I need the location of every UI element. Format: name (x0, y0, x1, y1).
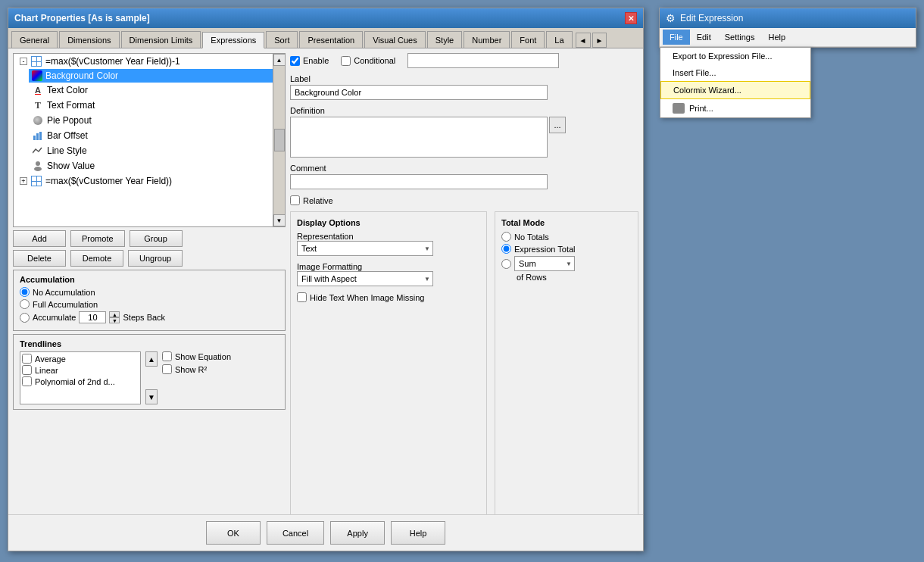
full-accumulation-radio[interactable] (20, 299, 30, 309)
tab-visual-cues[interactable]: Visual Cues (364, 31, 426, 48)
promote-button[interactable]: Promote (70, 230, 125, 247)
apply-button[interactable]: Apply (330, 521, 385, 545)
pp-label: Pie Popout (47, 115, 92, 126)
tree-item-bo[interactable]: Bar Offset (29, 128, 273, 143)
delete-button[interactable]: Delete (13, 250, 66, 267)
tab-font[interactable]: Font (511, 31, 545, 48)
average-checkbox[interactable] (22, 354, 32, 364)
accumulate-radio[interactable] (20, 313, 30, 323)
poly-checkbox[interactable] (22, 376, 32, 386)
svg-rect-2 (39, 132, 42, 140)
export-expression-item[interactable]: Export to Expression File... (660, 48, 810, 64)
tab-dimension-limits[interactable]: Dimension Limits (121, 31, 201, 48)
expand-root1[interactable]: - (20, 58, 27, 65)
tab-nav-next[interactable]: ► (592, 33, 607, 48)
demote-button[interactable]: Demote (70, 250, 123, 267)
no-totals-radio[interactable] (501, 232, 511, 242)
representation-select[interactable]: Text Image Gauge Mini Chart (297, 241, 433, 256)
conditional-row: Conditional (341, 56, 395, 66)
tree-item-root2[interactable]: + =max($(vCustomer Year Field)) (17, 173, 273, 189)
tree-inner: - =max($(vCustomer Year Field))-1 Backgr… (14, 54, 273, 226)
total-mode-title: Total Mode (501, 218, 632, 227)
scroll-thumb[interactable] (274, 129, 285, 151)
ungroup-button[interactable]: Ungroup (128, 250, 183, 267)
enable-checkbox[interactable] (290, 56, 300, 66)
tab-dimensions[interactable]: Dimensions (59, 31, 119, 48)
trendline-average: Average (22, 354, 139, 364)
main-dialog: Chart Properties [As is sample] ✕ Genera… (8, 8, 644, 551)
of-rows-label: of Rows (517, 273, 632, 282)
tree-item-sv[interactable]: Show Value (29, 158, 273, 173)
tree-item-root1[interactable]: - =max($(vCustomer Year Field))-1 (17, 54, 273, 69)
representation-row: Text Image Gauge Mini Chart (297, 241, 480, 256)
tab-la[interactable]: La (546, 31, 572, 48)
tree-item-ls[interactable]: Line Style (29, 143, 273, 158)
add-button[interactable]: Add (13, 230, 66, 247)
tab-number[interactable]: Number (464, 31, 510, 48)
menu-file[interactable]: File (663, 30, 690, 45)
steps-back-input[interactable] (79, 311, 106, 323)
trendline-scroll-up[interactable]: ▲ (145, 351, 158, 367)
tree-item-bg[interactable]: Background Color (29, 69, 273, 83)
relative-label: Relative (303, 196, 333, 205)
export-label: Export to Expression File... (673, 52, 772, 61)
definition-textarea[interactable] (290, 117, 548, 158)
help-button[interactable]: Help (391, 521, 445, 545)
expand-root2[interactable]: + (20, 177, 27, 185)
tab-presentation[interactable]: Presentation (299, 31, 363, 48)
steps-up-btn[interactable]: ▲ (109, 311, 120, 317)
trendline-scroll-down[interactable]: ▼ (145, 389, 158, 404)
no-totals-label: No Totals (514, 233, 549, 242)
definition-row: ... (290, 117, 638, 158)
conditional-input[interactable] (407, 53, 559, 68)
expression-total-radio[interactable] (501, 244, 511, 254)
hide-text-checkbox[interactable] (297, 292, 307, 302)
tree-item-tc[interactable]: A Text Color (29, 83, 273, 98)
menu-help[interactable]: Help (761, 30, 792, 45)
display-options-title: Display Options (297, 218, 480, 227)
sv-label: Show Value (47, 161, 95, 171)
tree-item-tf[interactable]: T Text Format (29, 98, 273, 113)
tab-expressions[interactable]: Expressions (202, 32, 264, 48)
edit-expression-dialog: ⚙ Edit Expression File Edit Settings Hel… (659, 8, 916, 48)
ok-button[interactable]: OK (206, 521, 261, 545)
no-accumulation-radio[interactable] (20, 287, 30, 297)
image-formatting-select[interactable]: Fill with Aspect No Stretch Always Stret… (297, 271, 433, 286)
top-options-row: Enable Conditional (290, 53, 638, 68)
close-button[interactable]: ✕ (625, 12, 637, 24)
scroll-down-btn[interactable]: ▼ (273, 214, 286, 226)
show-equation-checkbox[interactable] (162, 351, 172, 361)
scroll-up-btn[interactable]: ▲ (273, 54, 286, 66)
menu-settings[interactable]: Settings (718, 30, 762, 45)
svg-rect-0 (33, 136, 36, 140)
cancel-button[interactable]: Cancel (267, 521, 324, 545)
steps-down-btn[interactable]: ▼ (109, 317, 120, 323)
print-item[interactable]: Print... (660, 99, 810, 117)
tab-style[interactable]: Style (427, 31, 462, 48)
label-input[interactable] (290, 85, 548, 100)
insert-file-item[interactable]: Insert File... (660, 64, 810, 81)
tab-nav-prev[interactable]: ◄ (576, 33, 591, 48)
accumulate-label: Accumulate (33, 313, 76, 322)
linear-checkbox[interactable] (22, 365, 32, 375)
tab-sort[interactable]: Sort (266, 31, 298, 48)
group-button[interactable]: Group (130, 230, 183, 247)
comment-group: Comment (290, 164, 638, 189)
menu-edit[interactable]: Edit (690, 30, 718, 45)
tab-general[interactable]: General (11, 31, 58, 48)
image-formatting-wrapper: Fill with Aspect No Stretch Always Stret… (297, 271, 433, 286)
edit-menu-bar: File Edit Settings Help (660, 28, 916, 47)
definition-ellipsis-btn[interactable]: ... (549, 117, 566, 133)
main-title-bar: Chart Properties [As is sample] ✕ (8, 8, 643, 28)
sum-radio[interactable] (501, 259, 511, 269)
relative-checkbox[interactable] (290, 195, 300, 205)
colormix-wizard-item[interactable]: Colormix Wizard... (660, 81, 810, 99)
spinner-buttons: ▲ ▼ (109, 311, 120, 323)
show-r2-checkbox[interactable] (162, 364, 172, 374)
comment-input[interactable] (290, 174, 548, 189)
sum-select[interactable]: Sum Avg Min Max (514, 256, 575, 271)
tree-item-pp[interactable]: Pie Popout (29, 113, 273, 128)
conditional-checkbox[interactable] (341, 56, 351, 66)
image-formatting-section: Image Formatting Fill with Aspect No Str… (297, 262, 480, 302)
bottom-button-bar: OK Cancel Apply Help (8, 514, 643, 551)
